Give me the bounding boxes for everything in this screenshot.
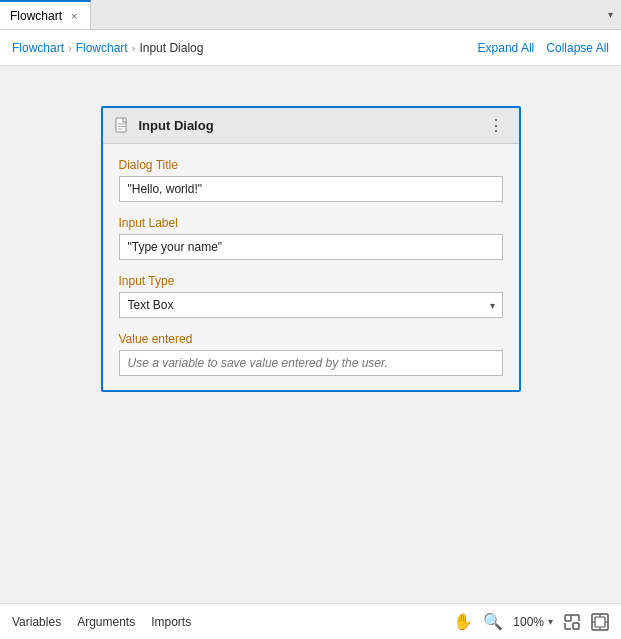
dialog-title-label: Dialog Title xyxy=(119,158,503,172)
card-header: Input Dialog ⋮ xyxy=(103,108,519,144)
breadcrumb: Flowchart › Flowchart › Input Dialog xyxy=(12,41,203,55)
search-icon[interactable]: 🔍 xyxy=(483,612,503,631)
input-label-label: Input Label xyxy=(119,216,503,230)
input-label-input[interactable] xyxy=(119,234,503,260)
input-type-select[interactable]: Text Box Number Password Dropdown xyxy=(119,292,503,318)
card-body: Dialog Title Input Label Input Type Text… xyxy=(103,144,519,390)
variables-button[interactable]: Variables xyxy=(12,615,61,629)
expand-all-button[interactable]: Expand All xyxy=(478,41,535,55)
status-bar: Variables Arguments Imports ✋ 🔍 100% ▾ xyxy=(0,603,621,639)
svg-rect-11 xyxy=(595,617,605,627)
tab-label: Flowchart xyxy=(10,9,62,23)
zoom-control: 100% ▾ xyxy=(513,615,553,629)
value-entered-label: Value entered xyxy=(119,332,503,346)
input-dialog-card: Input Dialog ⋮ Dialog Title Input Label … xyxy=(101,106,521,392)
arguments-button[interactable]: Arguments xyxy=(77,615,135,629)
tab-flowchart[interactable]: Flowchart × xyxy=(0,0,91,29)
tab-dropdown-button[interactable]: ▾ xyxy=(600,0,621,29)
dialog-title-input[interactable] xyxy=(119,176,503,202)
breadcrumb-bar: Flowchart › Flowchart › Input Dialog Exp… xyxy=(0,30,621,66)
status-left: Variables Arguments Imports xyxy=(12,615,437,629)
fit-all-icon[interactable] xyxy=(591,613,609,631)
breadcrumb-actions: Expand All Collapse All xyxy=(478,41,609,55)
zoom-level: 100% xyxy=(513,615,544,629)
document-icon xyxy=(113,117,131,135)
breadcrumb-item-1[interactable]: Flowchart xyxy=(12,41,64,55)
dialog-title-field: Dialog Title xyxy=(119,158,503,202)
input-type-select-wrapper: Text Box Number Password Dropdown ▾ xyxy=(119,292,503,318)
input-type-field: Input Type Text Box Number Password Drop… xyxy=(119,274,503,318)
breadcrumb-item-3: Input Dialog xyxy=(139,41,203,55)
card-title: Input Dialog xyxy=(139,118,476,133)
breadcrumb-sep-1: › xyxy=(68,42,72,54)
main-canvas: Input Dialog ⋮ Dialog Title Input Label … xyxy=(0,66,621,603)
value-entered-input[interactable] xyxy=(119,350,503,376)
input-type-label: Input Type xyxy=(119,274,503,288)
zoom-dropdown-button[interactable]: ▾ xyxy=(548,616,553,627)
input-label-field: Input Label xyxy=(119,216,503,260)
collapse-all-button[interactable]: Collapse All xyxy=(546,41,609,55)
tab-bar: Flowchart × ▾ xyxy=(0,0,621,30)
card-menu-button[interactable]: ⋮ xyxy=(484,116,509,135)
svg-rect-5 xyxy=(573,623,579,629)
breadcrumb-sep-2: › xyxy=(132,42,136,54)
value-entered-field: Value entered xyxy=(119,332,503,376)
svg-rect-4 xyxy=(565,615,571,621)
svg-rect-0 xyxy=(116,118,126,132)
status-right: ✋ 🔍 100% ▾ xyxy=(453,612,609,631)
imports-button[interactable]: Imports xyxy=(151,615,191,629)
breadcrumb-item-2[interactable]: Flowchart xyxy=(76,41,128,55)
hand-icon[interactable]: ✋ xyxy=(453,612,473,631)
fit-screen-icon[interactable] xyxy=(563,613,581,631)
tab-dropdown-icon: ▾ xyxy=(608,9,613,20)
tab-close-button[interactable]: × xyxy=(68,9,80,23)
